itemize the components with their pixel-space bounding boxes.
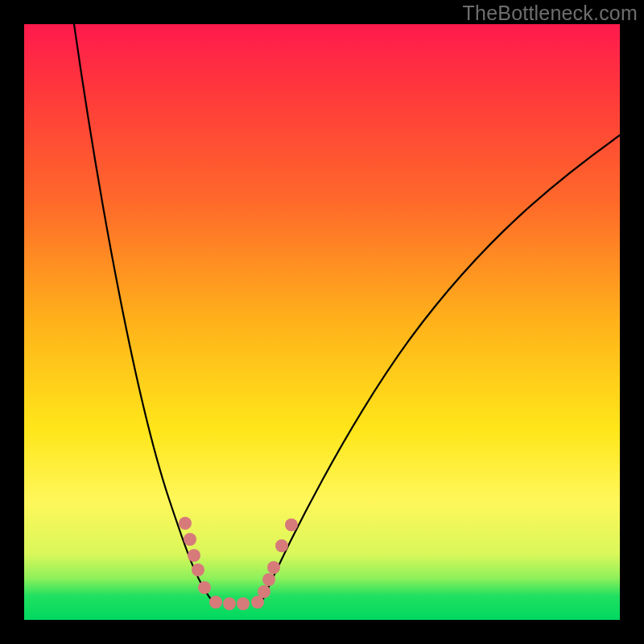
plot-area [24,24,620,620]
data-point [184,533,196,546]
watermark-text: TheBottleneck.com [463,2,638,25]
chart-frame: TheBottleneck.com [0,0,644,644]
data-point [188,549,200,562]
data-point [285,518,298,531]
data-point [179,517,192,530]
data-point [262,573,275,586]
data-point [258,585,270,598]
data-point [209,596,222,609]
data-point [223,597,236,610]
curve-layer [24,24,620,620]
data-point [237,597,250,610]
data-point [275,539,288,552]
bottleneck-curve-right [262,135,620,602]
data-point [198,581,211,594]
data-point [192,564,204,576]
bottleneck-curve-left [74,24,213,602]
data-point [267,561,280,574]
